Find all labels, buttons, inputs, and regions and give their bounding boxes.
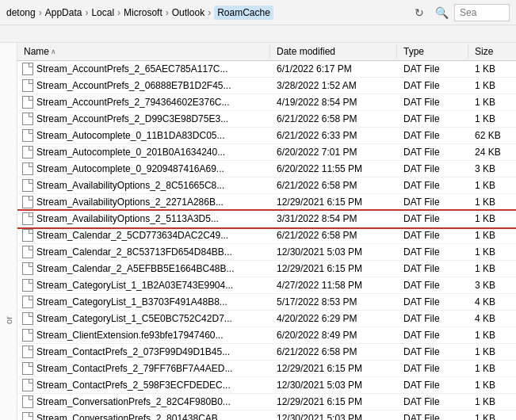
- file-name-cell: Stream_Calendar_2_5CD773634DAC2C49...: [17, 227, 270, 243]
- file-size-cell: 62 KB: [468, 128, 516, 143]
- table-row[interactable]: Stream_ContactPrefs_2_598F3ECFDEDEC...12…: [17, 377, 516, 394]
- file-icon: [22, 346, 33, 358]
- file-name-text: Stream_CategoryList_1_C5E0BC752C42D7...: [36, 313, 232, 324]
- table-row[interactable]: Stream_Calendar_2_5CD773634DAC2C49...6/2…: [17, 227, 516, 244]
- table-row[interactable]: Stream_Autocomplete_0_201B0A1634240...6/…: [17, 144, 516, 161]
- table-row[interactable]: Stream_Autocomplete_0_11B1DA83DC05...6/2…: [17, 128, 516, 144]
- search-input[interactable]: [454, 4, 510, 21]
- file-icon: [22, 279, 33, 292]
- table-row[interactable]: Stream_CategoryList_1_1B2A03E743E9904...…: [17, 277, 516, 294]
- file-name-text: Stream_ConversationPrefs_2_801438CAB...: [36, 413, 226, 420]
- file-date-cell: 12/29/2021 6:15 PM: [270, 361, 397, 376]
- table-row[interactable]: Stream_AvailabilityOptions_2_8C51665C8..…: [17, 178, 516, 194]
- col-header-date-label: Date modified: [277, 46, 335, 57]
- file-date-cell: 3/28/2022 1:52 AM: [270, 78, 397, 94]
- file-name-text: Stream_AvailabilityOptions_2_8C51665C8..…: [36, 180, 224, 191]
- file-icon: [22, 96, 33, 109]
- file-type-cell: DAT File: [397, 78, 468, 94]
- file-type-cell: DAT File: [397, 294, 468, 310]
- file-size-cell: 1 KB: [468, 94, 516, 110]
- file-type-cell: DAT File: [397, 244, 468, 260]
- file-size-cell: 1 KB: [468, 361, 516, 376]
- breadcrumb-microsoft[interactable]: Microsoft: [124, 7, 162, 18]
- file-icon: [22, 79, 33, 92]
- table-row[interactable]: Stream_ContactPrefs_2_073F99D49D1B45...6…: [17, 344, 516, 361]
- file-name-cell: Stream_ClientExtension.fe93bfe17947460..…: [17, 327, 270, 343]
- left-panel: or: [0, 43, 17, 420]
- file-name-cell: Stream_ConversationPrefs_2_82C4F980B0...: [17, 394, 270, 410]
- search-button[interactable]: 🔍: [432, 3, 451, 22]
- file-name-text: Stream_ContactPrefs_2_79FF76BF7A4AED...: [36, 363, 232, 374]
- file-size-cell: 1 KB: [468, 78, 516, 94]
- file-date-cell: 6/21/2022 6:58 PM: [270, 111, 397, 127]
- file-type-cell: DAT File: [397, 377, 468, 393]
- file-name-text: Stream_Autocomplete_0_9209487416A69...: [36, 163, 224, 174]
- table-row[interactable]: Stream_AvailabilityOptions_2_2271A286B..…: [17, 194, 516, 211]
- file-size-cell: 1 KB: [468, 377, 516, 393]
- col-header-size[interactable]: Size: [468, 44, 516, 59]
- file-type-cell: DAT File: [397, 327, 468, 343]
- file-type-cell: DAT File: [397, 194, 468, 210]
- file-type-cell: DAT File: [397, 361, 468, 376]
- file-type-cell: DAT File: [397, 111, 468, 127]
- col-header-type-label: Type: [403, 46, 424, 57]
- breadcrumb-outlook[interactable]: Outlook: [172, 7, 204, 18]
- refresh-button[interactable]: ↻: [410, 3, 429, 22]
- file-type-cell: DAT File: [397, 344, 468, 360]
- table-row[interactable]: Stream_Calendar_2_8C53713FD654D84BB...12…: [17, 244, 516, 261]
- file-date-cell: 5/17/2022 8:53 PM: [270, 294, 397, 310]
- file-name-text: Stream_ConversationPrefs_2_82C4F980B0...: [36, 396, 231, 407]
- table-row[interactable]: Stream_AccountPrefs_2_794364602E376C...4…: [17, 94, 516, 111]
- file-date-cell: 12/30/2021 5:03 PM: [270, 244, 397, 260]
- file-name-cell: Stream_AccountPrefs_2_06888E7B1D2F45...: [17, 78, 270, 94]
- file-name-text: Stream_ClientExtension.fe93bfe17947460..…: [36, 330, 224, 341]
- file-size-cell: 1 KB: [468, 344, 516, 360]
- file-name-text: Stream_CategoryList_1_1B2A03E743E9904...: [36, 280, 233, 291]
- table-row[interactable]: Stream_ClientExtension.fe93bfe17947460..…: [17, 327, 516, 344]
- file-name-cell: Stream_AccountPrefs_2_794364602E376C...: [17, 94, 270, 110]
- col-header-size-label: Size: [475, 46, 493, 57]
- file-icon: [22, 63, 33, 75]
- file-name-text: Stream_ContactPrefs_2_598F3ECFDEDEC...: [36, 380, 231, 391]
- file-type-cell: DAT File: [397, 277, 468, 293]
- column-headers: Name ∧ Date modified Type Size: [17, 43, 516, 61]
- table-row[interactable]: Stream_ConversationPrefs_2_82C4F980B0...…: [17, 394, 516, 410]
- table-row[interactable]: Stream_ContactPrefs_2_79FF76BF7A4AED...1…: [17, 361, 516, 377]
- table-row[interactable]: Stream_Calendar_2_A5EFBB5E1664BC48B...12…: [17, 261, 516, 277]
- table-row[interactable]: Stream_AvailabilityOptions_2_5113A3D5...…: [17, 211, 516, 227]
- file-name-cell: Stream_CategoryList_1_1B2A03E743E9904...: [17, 277, 270, 293]
- col-header-name[interactable]: Name ∧: [17, 44, 270, 59]
- file-name-text: Stream_Calendar_2_5CD773634DAC2C49...: [36, 230, 228, 241]
- table-row[interactable]: Stream_AccountPrefs_2_06888E7B1D2F45...3…: [17, 78, 516, 94]
- file-size-cell: 1 KB: [468, 327, 516, 343]
- file-type-cell: DAT File: [397, 227, 468, 243]
- table-row[interactable]: Stream_AccountPrefs_2_65AEC785A117C...6/…: [17, 61, 516, 78]
- breadcrumb-detong[interactable]: detong: [6, 7, 36, 18]
- col-header-date[interactable]: Date modified: [270, 44, 397, 59]
- file-icon: [22, 212, 33, 225]
- breadcrumb-local[interactable]: Local: [91, 7, 114, 18]
- file-type-cell: DAT File: [397, 144, 468, 160]
- col-header-type[interactable]: Type: [397, 44, 468, 59]
- col-sort-arrow-name: ∧: [51, 48, 56, 55]
- table-row[interactable]: Stream_Autocomplete_0_9209487416A69...6/…: [17, 161, 516, 178]
- table-row[interactable]: Stream_ConversationPrefs_2_801438CAB...1…: [17, 410, 516, 420]
- file-rows: Stream_AccountPrefs_2_65AEC785A117C...6/…: [17, 61, 516, 420]
- file-name-cell: Stream_CategoryList_1_C5E0BC752C42D7...: [17, 311, 270, 326]
- breadcrumb-appdata[interactable]: AppData: [45, 7, 82, 18]
- left-panel-text: or: [4, 316, 13, 324]
- file-date-cell: 4/19/2022 8:54 PM: [270, 94, 397, 110]
- file-icon: [22, 179, 33, 192]
- file-date-cell: 12/30/2021 5:03 PM: [270, 377, 397, 393]
- col-header-name-label: Name: [24, 46, 49, 57]
- table-row[interactable]: Stream_CategoryList_1_B3703F491A48B8...5…: [17, 294, 516, 311]
- file-icon: [22, 412, 33, 420]
- table-row[interactable]: Stream_AccountPrefs_2_D99C3E98D75E3...6/…: [17, 111, 516, 128]
- file-date-cell: 6/20/2022 7:01 PM: [270, 144, 397, 160]
- file-size-cell: 1 KB: [468, 194, 516, 210]
- file-name-cell: Stream_ContactPrefs_2_598F3ECFDEDEC...: [17, 377, 270, 393]
- file-date-cell: 6/20/2022 8:49 PM: [270, 327, 397, 343]
- breadcrumb-roamcache[interactable]: RoamCache: [214, 6, 273, 20]
- table-row[interactable]: Stream_CategoryList_1_C5E0BC752C42D7...4…: [17, 311, 516, 327]
- file-size-cell: 1 KB: [468, 244, 516, 260]
